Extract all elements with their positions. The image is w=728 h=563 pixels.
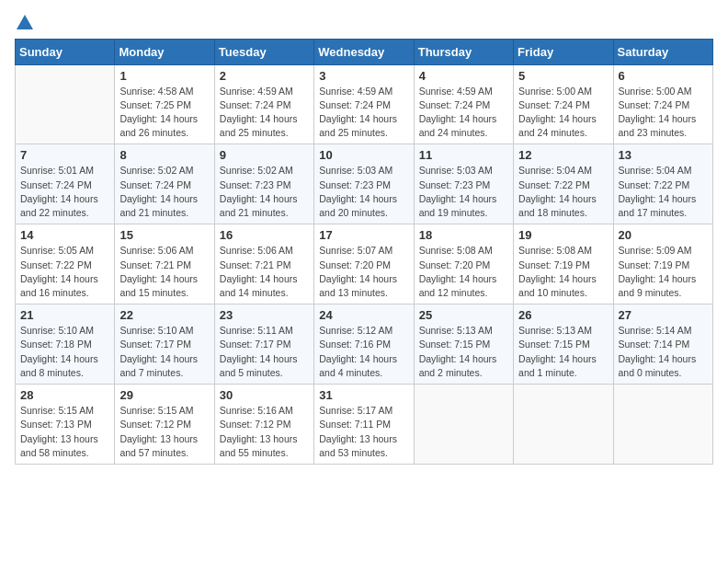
calendar-week-row: 21Sunrise: 5:10 AM Sunset: 7:18 PM Dayli… [16,304,713,385]
logo-icon [17,15,33,29]
day-number: 13 [619,148,708,162]
day-number: 25 [419,308,508,322]
day-info: Sunrise: 5:12 AM Sunset: 7:16 PM Dayligh… [319,324,408,380]
calendar-cell: 6Sunrise: 5:00 AM Sunset: 7:24 PM Daylig… [613,64,712,144]
calendar-cell [613,385,712,465]
day-number: 24 [319,308,408,322]
day-number: 21 [20,308,109,322]
day-info: Sunrise: 5:08 AM Sunset: 7:19 PM Dayligh… [518,244,608,300]
day-info: Sunrise: 4:59 AM Sunset: 7:24 PM Dayligh… [220,85,309,141]
day-number: 3 [319,69,408,83]
calendar-cell: 15Sunrise: 5:06 AM Sunset: 7:21 PM Dayli… [115,224,214,304]
calendar-cell: 1Sunrise: 4:58 AM Sunset: 7:25 PM Daylig… [115,64,214,144]
day-info: Sunrise: 5:15 AM Sunset: 7:13 PM Dayligh… [20,404,109,460]
day-info: Sunrise: 5:09 AM Sunset: 7:19 PM Dayligh… [619,244,708,300]
day-number: 10 [319,148,408,162]
calendar-cell: 20Sunrise: 5:09 AM Sunset: 7:19 PM Dayli… [613,224,712,304]
day-number: 17 [319,228,408,242]
day-info: Sunrise: 5:01 AM Sunset: 7:24 PM Dayligh… [20,164,109,220]
day-number: 18 [419,228,508,242]
day-info: Sunrise: 5:11 AM Sunset: 7:17 PM Dayligh… [220,324,309,380]
calendar-week-row: 28Sunrise: 5:15 AM Sunset: 7:13 PM Dayli… [16,385,713,465]
calendar-table: SundayMondayTuesdayWednesdayThursdayFrid… [15,39,713,465]
day-info: Sunrise: 5:06 AM Sunset: 7:21 PM Dayligh… [220,244,309,300]
day-number: 7 [20,148,109,162]
column-header-monday: Monday [115,39,214,64]
day-info: Sunrise: 5:17 AM Sunset: 7:11 PM Dayligh… [319,404,408,460]
day-info: Sunrise: 5:15 AM Sunset: 7:12 PM Dayligh… [119,404,209,460]
column-header-wednesday: Wednesday [314,39,414,64]
logo [15,15,33,35]
calendar-cell: 14Sunrise: 5:05 AM Sunset: 7:22 PM Dayli… [16,224,115,304]
day-info: Sunrise: 5:00 AM Sunset: 7:24 PM Dayligh… [619,85,708,141]
column-header-saturday: Saturday [613,39,712,64]
day-number: 1 [119,69,209,83]
calendar-cell [414,385,513,465]
day-info: Sunrise: 4:58 AM Sunset: 7:25 PM Dayligh… [119,85,209,141]
calendar-cell: 10Sunrise: 5:03 AM Sunset: 7:23 PM Dayli… [314,144,414,224]
calendar-header-row: SundayMondayTuesdayWednesdayThursdayFrid… [16,39,713,64]
day-number: 8 [119,148,209,162]
svg-marker-0 [17,15,33,29]
day-number: 9 [220,148,309,162]
day-info: Sunrise: 5:03 AM Sunset: 7:23 PM Dayligh… [419,164,508,220]
calendar-cell: 8Sunrise: 5:02 AM Sunset: 7:24 PM Daylig… [115,144,214,224]
calendar-cell: 28Sunrise: 5:15 AM Sunset: 7:13 PM Dayli… [16,385,115,465]
day-info: Sunrise: 5:08 AM Sunset: 7:20 PM Dayligh… [419,244,508,300]
day-number: 27 [619,308,708,322]
calendar-cell: 16Sunrise: 5:06 AM Sunset: 7:21 PM Dayli… [214,224,313,304]
day-number: 2 [220,69,309,83]
calendar-cell: 12Sunrise: 5:04 AM Sunset: 7:22 PM Dayli… [514,144,613,224]
calendar-cell: 4Sunrise: 4:59 AM Sunset: 7:24 PM Daylig… [414,64,513,144]
day-info: Sunrise: 4:59 AM Sunset: 7:24 PM Dayligh… [319,85,408,141]
day-number: 29 [119,388,209,402]
day-info: Sunrise: 5:10 AM Sunset: 7:18 PM Dayligh… [20,324,109,380]
day-number: 15 [119,228,209,242]
day-number: 31 [319,388,408,402]
day-number: 19 [518,228,608,242]
calendar-cell: 23Sunrise: 5:11 AM Sunset: 7:17 PM Dayli… [214,304,313,385]
calendar-cell: 30Sunrise: 5:16 AM Sunset: 7:12 PM Dayli… [214,385,313,465]
column-header-thursday: Thursday [414,39,513,64]
calendar-cell [16,64,115,144]
column-header-friday: Friday [514,39,613,64]
calendar-cell: 5Sunrise: 5:00 AM Sunset: 7:24 PM Daylig… [514,64,613,144]
day-info: Sunrise: 5:13 AM Sunset: 7:15 PM Dayligh… [419,324,508,380]
day-info: Sunrise: 5:05 AM Sunset: 7:22 PM Dayligh… [20,244,109,300]
day-info: Sunrise: 5:04 AM Sunset: 7:22 PM Dayligh… [518,164,608,220]
column-header-tuesday: Tuesday [214,39,313,64]
day-number: 11 [419,148,508,162]
day-info: Sunrise: 5:02 AM Sunset: 7:24 PM Dayligh… [119,164,209,220]
calendar-cell: 3Sunrise: 4:59 AM Sunset: 7:24 PM Daylig… [314,64,414,144]
calendar-cell: 25Sunrise: 5:13 AM Sunset: 7:15 PM Dayli… [414,304,513,385]
calendar-week-row: 14Sunrise: 5:05 AM Sunset: 7:22 PM Dayli… [16,224,713,304]
day-info: Sunrise: 5:13 AM Sunset: 7:15 PM Dayligh… [518,324,608,380]
column-header-sunday: Sunday [16,39,115,64]
day-info: Sunrise: 5:03 AM Sunset: 7:23 PM Dayligh… [319,164,408,220]
calendar-week-row: 7Sunrise: 5:01 AM Sunset: 7:24 PM Daylig… [16,144,713,224]
day-info: Sunrise: 5:16 AM Sunset: 7:12 PM Dayligh… [220,404,309,460]
day-number: 28 [20,388,109,402]
day-number: 23 [220,308,309,322]
calendar-cell: 18Sunrise: 5:08 AM Sunset: 7:20 PM Dayli… [414,224,513,304]
calendar-cell: 13Sunrise: 5:04 AM Sunset: 7:22 PM Dayli… [613,144,712,224]
calendar-cell: 29Sunrise: 5:15 AM Sunset: 7:12 PM Dayli… [115,385,214,465]
day-number: 6 [619,69,708,83]
day-info: Sunrise: 5:10 AM Sunset: 7:17 PM Dayligh… [119,324,209,380]
calendar-cell: 24Sunrise: 5:12 AM Sunset: 7:16 PM Dayli… [314,304,414,385]
calendar-cell: 9Sunrise: 5:02 AM Sunset: 7:23 PM Daylig… [214,144,313,224]
day-number: 14 [20,228,109,242]
day-info: Sunrise: 5:06 AM Sunset: 7:21 PM Dayligh… [119,244,209,300]
day-number: 4 [419,69,508,83]
day-info: Sunrise: 5:04 AM Sunset: 7:22 PM Dayligh… [619,164,708,220]
day-number: 12 [518,148,608,162]
day-number: 30 [220,388,309,402]
day-number: 26 [518,308,608,322]
calendar-cell: 11Sunrise: 5:03 AM Sunset: 7:23 PM Dayli… [414,144,513,224]
day-number: 5 [518,69,608,83]
calendar-cell: 21Sunrise: 5:10 AM Sunset: 7:18 PM Dayli… [16,304,115,385]
day-info: Sunrise: 5:00 AM Sunset: 7:24 PM Dayligh… [518,85,608,141]
calendar-cell: 31Sunrise: 5:17 AM Sunset: 7:11 PM Dayli… [314,385,414,465]
calendar-cell: 19Sunrise: 5:08 AM Sunset: 7:19 PM Dayli… [514,224,613,304]
calendar-cell: 7Sunrise: 5:01 AM Sunset: 7:24 PM Daylig… [16,144,115,224]
